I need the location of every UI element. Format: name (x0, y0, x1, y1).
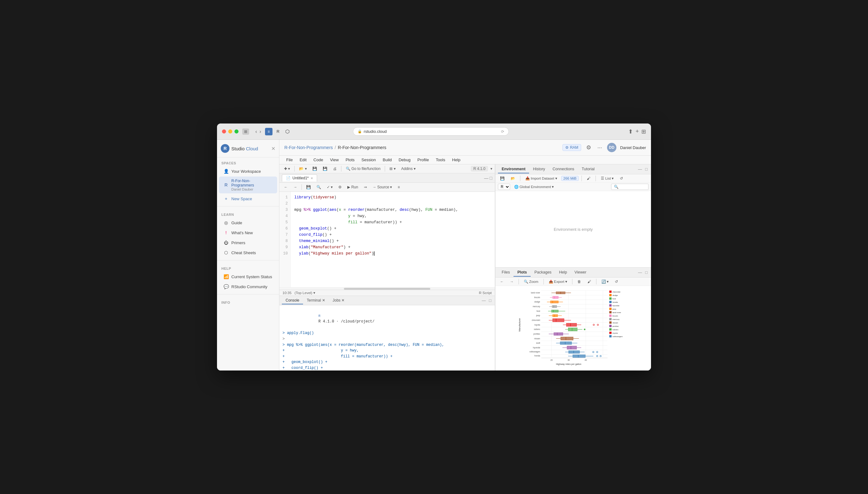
console-tab-terminal[interactable]: Terminal ✕ (303, 297, 329, 304)
console-minimize-button[interactable]: — (481, 298, 487, 303)
run-all-button[interactable]: ⇒ (362, 184, 369, 190)
sidebar-toggle[interactable]: ⊞ (242, 129, 249, 135)
go-to-file-button[interactable]: 🔍 Go to file/function (344, 166, 383, 172)
print-button[interactable]: 🖨 (331, 166, 339, 172)
sidebar-item-project[interactable]: R R-For-Non-Programmers Daniel Dauber (219, 176, 277, 193)
menu-build[interactable]: Build (380, 156, 395, 164)
sidebar-item-new-space[interactable]: + New Space (219, 194, 277, 203)
minimize-button[interactable] (228, 129, 232, 133)
find-button[interactable]: 🔍 (314, 184, 323, 190)
editor-maximize-button[interactable]: □ (490, 176, 492, 180)
menu-tools[interactable]: Tools (433, 156, 448, 164)
menu-help[interactable]: Help (449, 156, 464, 164)
more-button[interactable]: ≡ (396, 184, 402, 190)
plot-settings-button[interactable]: 🔄 ▾ (599, 279, 611, 285)
files-tab-viewer[interactable]: Viewer (571, 268, 590, 277)
menu-edit[interactable]: Edit (296, 156, 310, 164)
run-button[interactable]: ▶ Run (345, 184, 360, 190)
sidebar-item-system-status[interactable]: 📶 Current System Status (219, 272, 277, 281)
back-button[interactable]: ← (282, 184, 290, 190)
compile-button[interactable]: ⚙ (336, 184, 344, 190)
menu-view[interactable]: View (327, 156, 342, 164)
source-button[interactable]: → Source ▾ (370, 184, 394, 190)
plot-forward-button[interactable]: → (508, 279, 516, 284)
breadcrumb-link[interactable]: R-For-Non-Programmers (284, 145, 333, 150)
console-content[interactable]: R R 4.1.0 · /cloud/project/ > apply.Flag… (279, 305, 495, 370)
code-content[interactable]: library(tidyverse) mpg %>% ggplot(aes(x … (291, 192, 495, 287)
editor-scrollbar[interactable] (279, 287, 495, 290)
broom-button[interactable]: 🖌 (585, 279, 593, 284)
env-search-input[interactable] (611, 184, 649, 190)
refresh-button[interactable]: ↺ (618, 175, 625, 182)
files-maximize-button[interactable]: □ (644, 270, 649, 275)
files-tab-help[interactable]: Help (555, 268, 571, 277)
r-select[interactable]: R (498, 184, 510, 190)
import-dataset-button[interactable]: 📥 Import Dataset ▾ (523, 175, 559, 182)
console-maximize-button[interactable]: □ (488, 298, 492, 303)
menu-plots[interactable]: Plots (342, 156, 358, 164)
files-minimize-button[interactable]: — (637, 270, 643, 275)
editor-minimize-button[interactable]: — (484, 176, 488, 180)
sidebar-item-your-workspace[interactable]: 👤 Your Workspace (219, 167, 277, 176)
sidebar-item-whats-new[interactable]: ! What's New (219, 228, 277, 238)
close-sidebar-button[interactable]: ✕ (271, 146, 275, 152)
save-script-button[interactable]: 💾 (304, 184, 313, 190)
env-minimize-button[interactable]: — (637, 167, 643, 172)
menu-profile[interactable]: Profile (414, 156, 432, 164)
brush-button[interactable]: 🖌 (584, 176, 593, 181)
sidebar-item-guide[interactable]: ◎ Guide (219, 218, 277, 227)
new-tab-button[interactable]: + (635, 128, 639, 135)
env-save-button[interactable]: 💾 (498, 175, 507, 182)
tab-overview-button[interactable]: ⊞ (641, 128, 646, 135)
r-version-chevron[interactable]: ▾ (490, 167, 492, 171)
save-all-button[interactable]: 💾 (321, 166, 330, 172)
maximize-button[interactable] (234, 129, 238, 133)
env-maximize-button[interactable]: □ (644, 167, 649, 172)
plot-back-button[interactable]: ← (498, 279, 506, 284)
menu-code[interactable]: Code (310, 156, 326, 164)
env-tab-connections[interactable]: Connections (549, 165, 578, 173)
ext-icon-3[interactable]: ⬡ (284, 128, 291, 135)
global-env-button[interactable]: 🌐 Global Environment ▾ (512, 184, 556, 190)
files-tab-files[interactable]: Files (498, 268, 514, 277)
ext-icon-1[interactable]: ≡ (265, 128, 272, 135)
save-button[interactable]: 💾 (310, 166, 319, 172)
env-tab-environment[interactable]: Environment (498, 165, 529, 173)
share-button[interactable]: ⬆ (628, 128, 633, 135)
console-tab-jobs[interactable]: Jobs ✕ (329, 297, 349, 304)
env-load-button[interactable]: 📂 (508, 175, 517, 182)
env-tab-history[interactable]: History (529, 165, 549, 173)
list-button[interactable]: ☰ List ▾ (599, 175, 616, 182)
editor-tab-untitled[interactable]: 📄 Untitled1* ✕ (282, 174, 317, 182)
files-tab-packages[interactable]: Packages (531, 268, 555, 277)
tab-close-button[interactable]: ✕ (311, 176, 313, 180)
console-tab-console[interactable]: Console (282, 297, 303, 304)
menu-file[interactable]: File (283, 156, 296, 164)
sidebar-item-cheat-sheets[interactable]: ⬡ Cheat Sheets (219, 248, 277, 257)
grid-button[interactable]: ⊞ ▾ (387, 166, 398, 172)
ext-icon-2[interactable]: R (274, 128, 282, 135)
close-button[interactable] (222, 129, 226, 133)
sidebar-item-community[interactable]: 💬 RStudio Community (219, 282, 277, 291)
addins-button[interactable]: Addins ▾ (399, 166, 418, 172)
back-button[interactable]: ‹ (255, 129, 257, 134)
settings-button[interactable]: ⚙ (585, 143, 592, 152)
forward-button[interactable]: › (259, 129, 261, 134)
more-options-button[interactable]: ··· (596, 143, 603, 152)
reload-area[interactable]: ⟳ (501, 129, 504, 134)
plot-refresh-button[interactable]: ↺ (613, 279, 620, 285)
env-tab-tutorial[interactable]: Tutorial (578, 165, 598, 173)
ram-button[interactable]: ⚙ RAM (562, 144, 581, 151)
open-file-button[interactable]: 📂 ▾ (297, 166, 309, 172)
sidebar-item-primers[interactable]: ⏻ Primers (219, 238, 277, 247)
new-file-button[interactable]: ✚ ▾ (282, 166, 292, 172)
export-button[interactable]: 📤 Export ▾ (546, 279, 570, 285)
files-tab-plots[interactable]: Plots (514, 268, 531, 277)
zoom-button[interactable]: 🔍 Zoom (522, 279, 541, 285)
menu-session[interactable]: Session (358, 156, 379, 164)
address-bar[interactable]: 🔒 rstudio.cloud ⟳ (353, 127, 509, 136)
forward-btn[interactable]: → (291, 184, 299, 190)
delete-plot-button[interactable]: 🗑 (575, 279, 583, 284)
spell-button[interactable]: ✓ ▾ (325, 184, 335, 190)
menu-debug[interactable]: Debug (396, 156, 413, 164)
